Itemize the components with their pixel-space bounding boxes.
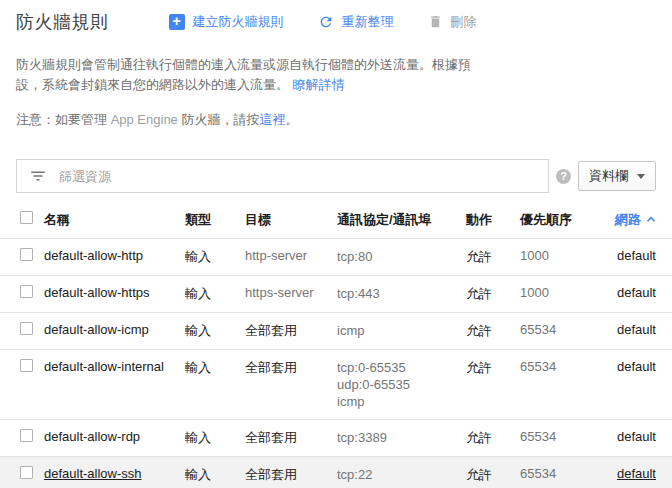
rule-priority: 1000	[520, 239, 600, 276]
description-text: 防火牆規則會管制通往執行個體的連入流量或源自執行個體的外送流量。根據預設，系統會…	[16, 57, 471, 92]
rule-target: 全部套用	[245, 420, 337, 457]
refresh-button-label: 重新整理	[342, 13, 394, 31]
column-header-protocols[interactable]: 通訊協定/通訊埠	[337, 202, 466, 239]
select-all-checkbox[interactable]	[20, 211, 33, 224]
firewall-rules-table: 名稱 類型 目標 通訊協定/通訊埠 動作 優先順序 網路 default-all…	[0, 202, 672, 488]
note-middle: 防火牆，請按	[178, 112, 260, 127]
rule-type: 輸入	[185, 420, 245, 457]
rule-priority: 65534	[520, 420, 600, 457]
rule-type: 輸入	[185, 313, 245, 350]
row-checkbox[interactable]	[20, 285, 33, 298]
table-header-row: 名稱 類型 目標 通訊協定/通訊埠 動作 優先順序 網路	[0, 202, 672, 239]
filter-list-icon	[29, 167, 47, 185]
rule-name-link[interactable]: default-allow-ssh	[44, 466, 142, 481]
rule-action: 允許	[466, 457, 520, 488]
column-header-priority[interactable]: 優先順序	[520, 202, 600, 239]
rule-action: 允許	[466, 420, 520, 457]
page-header: 防火牆規則 + 建立防火牆規則 重新整理 刪除	[16, 0, 656, 30]
rule-priority: 1000	[520, 276, 600, 313]
delete-button-label: 刪除	[451, 13, 477, 31]
columns-dropdown-button[interactable]: 資料欄	[578, 161, 656, 191]
rule-name-link[interactable]: default-allow-internal	[44, 359, 164, 374]
note-prefix: 注意：如要管理	[16, 112, 111, 127]
column-header-type[interactable]: 類型	[185, 202, 245, 239]
rule-name-link[interactable]: default-allow-rdp	[44, 429, 140, 444]
row-checkbox[interactable]	[20, 248, 33, 261]
table-row[interactable]: default-allow-rdp 輸入 全部套用 tcp:3389 允許 65…	[0, 420, 672, 457]
rule-priority: 65534	[520, 457, 600, 488]
refresh-button[interactable]: 重新整理	[318, 13, 394, 31]
table-row[interactable]: default-allow-icmp 輸入 全部套用 icmp 允許 65534…	[0, 313, 672, 350]
column-header-target[interactable]: 目標	[245, 202, 337, 239]
rule-type: 輸入	[185, 276, 245, 313]
table-row[interactable]: default-allow-ssh 輸入 全部套用 tcp:22 允許 6553…	[0, 457, 672, 488]
rule-target: 全部套用	[245, 313, 337, 350]
rule-action: 允許	[466, 239, 520, 276]
rule-priority: 65534	[520, 350, 600, 420]
rule-protocols: tcp:443	[337, 276, 466, 313]
rule-protocols: tcp:80	[337, 239, 466, 276]
rule-target: 全部套用	[245, 350, 337, 420]
rule-name-link[interactable]: default-allow-icmp	[44, 322, 149, 337]
rule-network-link[interactable]: default	[617, 359, 656, 374]
rule-protocols: icmp	[337, 313, 466, 350]
column-header-action[interactable]: 動作	[466, 202, 520, 239]
rule-network-link[interactable]: default	[617, 322, 656, 337]
filter-box[interactable]	[16, 159, 549, 193]
rule-protocols: tcp:22	[337, 457, 466, 488]
rule-type: 輸入	[185, 350, 245, 420]
filter-input[interactable]	[59, 169, 536, 184]
toolbar: + 建立防火牆規則 重新整理 刪除	[169, 13, 477, 31]
rule-protocols: tcp:0-65535udp:0-65535icmp	[337, 350, 466, 420]
rule-name-link[interactable]: default-allow-https	[44, 285, 150, 300]
rule-type: 輸入	[185, 457, 245, 488]
chevron-down-icon	[637, 174, 645, 179]
app-engine-note: 注意：如要管理 App Engine 防火牆，請按這裡。	[16, 111, 656, 129]
rule-network-link[interactable]: default	[617, 285, 656, 300]
help-icon[interactable]: ?	[556, 169, 571, 184]
firewall-table-body: default-allow-http 輸入 http-server tcp:80…	[0, 239, 672, 488]
rule-action: 允許	[466, 276, 520, 313]
filter-row: ? 資料欄	[16, 159, 656, 193]
row-checkbox[interactable]	[20, 429, 33, 442]
learn-more-link[interactable]: 瞭解詳情	[293, 77, 345, 92]
sort-ascending-icon	[646, 211, 656, 226]
rule-action: 允許	[466, 313, 520, 350]
here-link[interactable]: 這裡	[259, 112, 285, 127]
page-title: 防火牆規則	[16, 10, 109, 34]
trash-icon	[428, 14, 443, 29]
rule-target: https-server	[245, 276, 337, 313]
create-firewall-rule-button[interactable]: + 建立防火牆規則	[169, 13, 284, 31]
columns-button-label: 資料欄	[589, 167, 628, 185]
note-suffix: 。	[285, 112, 298, 127]
column-header-network[interactable]: 網路	[600, 202, 672, 239]
note-app-engine: App Engine	[111, 112, 178, 127]
table-row[interactable]: default-allow-http 輸入 http-server tcp:80…	[0, 239, 672, 276]
rule-target: http-server	[245, 239, 337, 276]
rule-network-link[interactable]: default	[617, 429, 656, 444]
rule-target: 全部套用	[245, 457, 337, 488]
rule-action: 允許	[466, 350, 520, 420]
rule-network-link[interactable]: default	[617, 466, 656, 481]
row-checkbox[interactable]	[20, 322, 33, 335]
firewall-rules-page: 防火牆規則 + 建立防火牆規則 重新整理 刪除 防火牆規則會管制通往執行個體的連…	[0, 0, 672, 193]
column-header-name[interactable]: 名稱	[44, 202, 185, 239]
create-button-label: 建立防火牆規則	[193, 13, 284, 31]
refresh-icon	[318, 14, 334, 30]
table-row[interactable]: default-allow-https 輸入 https-server tcp:…	[0, 276, 672, 313]
page-description: 防火牆規則會管制通往執行個體的連入流量或源自執行個體的外送流量。根據預設，系統會…	[16, 55, 478, 95]
rule-network-link[interactable]: default	[617, 248, 656, 263]
delete-button[interactable]: 刪除	[428, 13, 477, 31]
rule-type: 輸入	[185, 239, 245, 276]
rule-protocols: tcp:3389	[337, 420, 466, 457]
plus-icon: +	[169, 14, 185, 30]
rule-priority: 65534	[520, 313, 600, 350]
row-checkbox[interactable]	[20, 359, 33, 372]
table-row[interactable]: default-allow-internal 輸入 全部套用 tcp:0-655…	[0, 350, 672, 420]
row-checkbox[interactable]	[20, 466, 33, 479]
rule-name-link[interactable]: default-allow-http	[44, 248, 143, 263]
